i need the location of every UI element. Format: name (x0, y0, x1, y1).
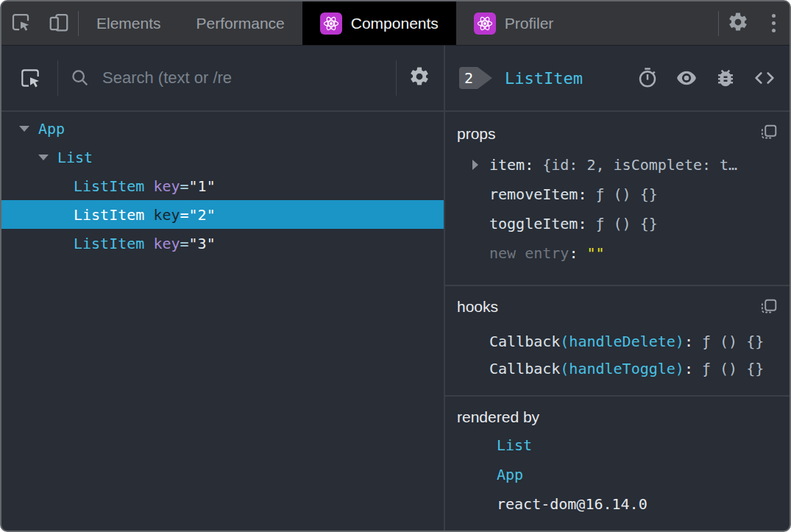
owner-link[interactable]: List (497, 436, 532, 454)
owner-link[interactable]: App (497, 466, 523, 483)
prop-row-new-entry[interactable]: new entry:"" (457, 238, 778, 268)
equals-sign: = (180, 177, 189, 195)
badge-number: 2 (458, 66, 479, 90)
more-options-button[interactable] (757, 1, 790, 45)
prop-value: ƒ () {} (595, 185, 657, 203)
colon: : (578, 185, 586, 203)
inspect-dom-button[interactable] (675, 66, 698, 90)
copy-hooks-button[interactable] (759, 298, 778, 320)
tab-label: Components (351, 15, 439, 32)
rendered-by-section: rendered by List App react-dom@16.14.0 (445, 397, 790, 531)
view-source-button[interactable] (753, 66, 776, 90)
component-name: ListItem (74, 235, 144, 252)
suspend-timer-button[interactable] (636, 67, 659, 89)
tab-performance[interactable]: Performance (179, 1, 302, 45)
rendered-by-list[interactable]: List (457, 430, 778, 460)
hook-row-handledelete[interactable]: Callback(handleDelete):ƒ () {} (457, 327, 778, 355)
key-attr: key (153, 177, 180, 195)
inspect-element-icon (10, 11, 32, 36)
tab-label: Elements (96, 15, 161, 32)
copy-props-button[interactable] (759, 124, 778, 146)
hook-row-handletoggle[interactable]: Callback(handleToggle):ƒ () {} (457, 355, 778, 382)
copy-icon (759, 124, 778, 146)
rendered-by-react-dom: react-dom@16.14.0 (457, 489, 778, 519)
header-divider (396, 60, 397, 96)
search-icon (70, 68, 91, 88)
hook-arg: (handleDelete) (560, 333, 684, 350)
colon: : (569, 244, 578, 262)
new-entry-key[interactable]: new entry (489, 244, 569, 262)
tab-elements[interactable]: Elements (79, 1, 179, 45)
devtools-window: Elements Performance Components (0, 0, 791, 532)
colon: : (578, 215, 586, 233)
rendered-by-app[interactable]: App (457, 460, 778, 489)
key-attr: key (153, 206, 180, 224)
key-value: "1" (189, 177, 216, 195)
key-value: "2" (189, 206, 216, 224)
inspect-element-button[interactable] (1, 1, 40, 45)
settings-button[interactable] (719, 1, 757, 45)
key-attr: key (153, 235, 180, 252)
debug-button[interactable] (714, 67, 737, 89)
hooks-section: hooks Callback(handleDelete):ƒ () {} C (445, 286, 790, 397)
tree-row-listitem-1[interactable]: ListItem key="1" (1, 171, 444, 200)
kebab-menu-icon (772, 14, 776, 32)
selected-component-title: ListItem (505, 69, 636, 88)
colon: : (684, 360, 693, 377)
timer-icon (636, 67, 659, 89)
colon: : (684, 333, 693, 350)
tree-settings-button[interactable] (408, 65, 430, 91)
search-input[interactable] (101, 68, 384, 88)
props-title: props (457, 125, 778, 143)
prop-value: {id: 2, isComplete: t… (542, 156, 737, 174)
component-tree: App List ListItem key="1" ListItem key="… (1, 112, 444, 258)
eye-icon (675, 66, 698, 90)
bug-icon (714, 67, 737, 89)
hook-arg: (handleToggle) (560, 360, 684, 377)
equals-sign: = (180, 206, 189, 224)
hook-name: Callback (489, 360, 560, 377)
tab-label: Profiler (505, 15, 554, 32)
react-logo-icon (474, 13, 496, 35)
prop-value: ƒ () {} (595, 215, 657, 233)
prop-row-item[interactable]: item:{id: 2, isComplete: t… (457, 150, 778, 180)
prop-row-toggleitem[interactable]: toggleItem:ƒ () {} (457, 209, 778, 238)
hook-value: ƒ () {} (702, 333, 764, 350)
hooks-title: hooks (457, 298, 778, 316)
expand-arrow-icon[interactable] (472, 160, 478, 170)
collapse-arrow-icon[interactable] (38, 155, 49, 160)
tree-row-listitem-3[interactable]: ListItem key="3" (1, 229, 444, 258)
components-tree-panel: App List ListItem key="1" ListItem key="… (1, 46, 444, 531)
device-toolbar-icon (48, 11, 70, 36)
device-toolbar-button[interactable] (40, 1, 78, 45)
prop-key: toggleItem (489, 215, 578, 233)
tree-row-list[interactable]: List (1, 143, 444, 171)
tab-label: Performance (196, 15, 285, 32)
component-name: ListItem (74, 177, 144, 195)
colon: : (525, 156, 533, 174)
prop-key: item (489, 156, 525, 174)
component-name: List (57, 149, 93, 166)
component-inspector-panel: 2 ListItem (445, 46, 790, 531)
hook-value: ƒ () {} (702, 360, 764, 377)
tab-components[interactable]: Components (302, 1, 456, 45)
prop-row-removeitem[interactable]: removeItem:ƒ () {} (457, 180, 778, 209)
rendered-by-title: rendered by (457, 408, 778, 426)
key-value: "3" (189, 235, 216, 252)
tree-row-app[interactable]: App (1, 114, 444, 143)
collapse-arrow-icon[interactable] (19, 126, 29, 132)
devtools-toolbar: Elements Performance Components (1, 1, 790, 46)
gear-icon (408, 65, 430, 91)
props-section: props item:{id: 2, isComplete: t… (445, 112, 790, 286)
prop-key: removeItem (489, 185, 578, 203)
component-name: ListItem (74, 206, 144, 224)
select-component-button[interactable] (15, 66, 46, 90)
selected-index-badge: 2 (458, 66, 493, 90)
component-name: App (38, 120, 65, 138)
copy-icon (759, 298, 778, 320)
equals-sign: = (180, 235, 189, 252)
tree-row-listitem-2-selected[interactable]: ListItem key="2" (1, 200, 444, 229)
tab-profiler[interactable]: Profiler (456, 1, 572, 45)
header-divider (57, 60, 58, 96)
new-entry-value[interactable]: "" (586, 244, 604, 262)
